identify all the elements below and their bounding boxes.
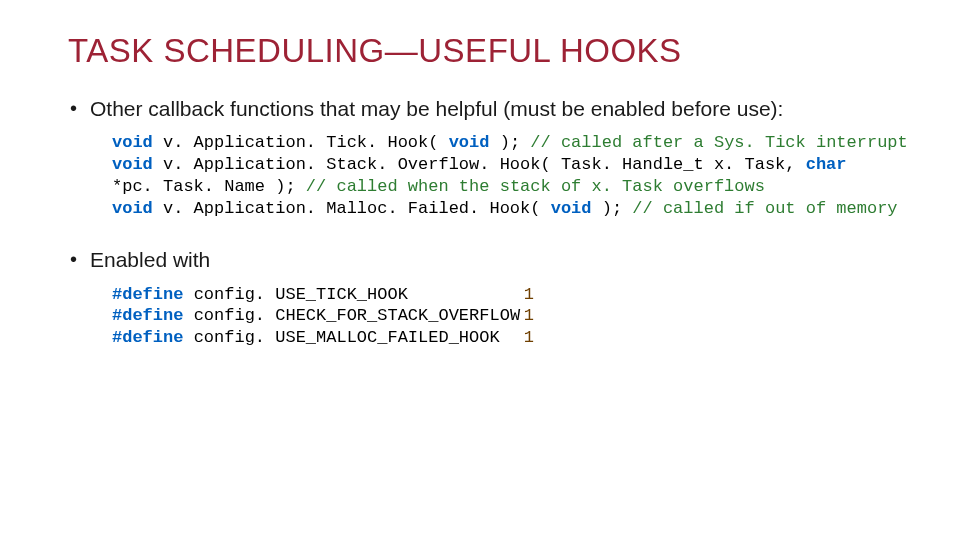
code-text [183, 285, 193, 304]
slide-container: TASK SCHEDULING—USEFUL HOOKS Other callb… [0, 0, 960, 401]
code-text: config. USE_MALLOC_FAILED_HOOK [194, 327, 524, 349]
keyword: #define [112, 328, 183, 347]
code-text: v. Application. Malloc. Failed. Hook( [153, 199, 551, 218]
code-text [183, 328, 193, 347]
code-block-defines: #define config. USE_TICK_HOOK1#define co… [112, 284, 912, 349]
bullet-item: Other callback functions that may be hel… [68, 96, 912, 122]
code-line: *pc. Task. Name ); // called when the st… [112, 176, 912, 198]
numeric-literal: 1 [524, 328, 534, 347]
keyword: #define [112, 306, 183, 325]
bullet-list: Other callback functions that may be hel… [68, 96, 912, 122]
code-text: ); [592, 199, 633, 218]
code-line: #define config. USE_TICK_HOOK1 [112, 284, 912, 306]
numeric-literal: 1 [524, 285, 534, 304]
bullet-item: Enabled with [68, 247, 912, 273]
keyword: void [112, 133, 153, 152]
keyword: char [806, 155, 847, 174]
keyword: void [551, 199, 592, 218]
slide-title: TASK SCHEDULING—USEFUL HOOKS [68, 32, 912, 70]
comment: // called when the stack of x. Task over… [306, 177, 765, 196]
code-text: v. Application. Tick. Hook( [153, 133, 449, 152]
keyword: #define [112, 285, 183, 304]
keyword: void [112, 199, 153, 218]
code-block-hooks: void v. Application. Tick. Hook( void );… [112, 132, 912, 219]
keyword: void [112, 155, 153, 174]
code-line: void v. Application. Malloc. Failed. Hoo… [112, 198, 912, 220]
code-text: config. CHECK_FOR_STACK_OVERFLOW [194, 305, 524, 327]
comment: // called if out of memory [632, 199, 897, 218]
keyword: void [449, 133, 490, 152]
code-line: void v. Application. Tick. Hook( void );… [112, 132, 912, 154]
code-text [183, 306, 193, 325]
code-text: ); [489, 133, 530, 152]
code-text: *pc. Task. Name ); [112, 177, 306, 196]
comment: // called after a Sys. Tick interrupt [530, 133, 907, 152]
code-text: v. Application. Stack. Overflow. Hook( T… [153, 155, 806, 174]
code-line: #define config. CHECK_FOR_STACK_OVERFLOW… [112, 305, 912, 327]
code-line: void v. Application. Stack. Overflow. Ho… [112, 154, 912, 176]
code-text: config. USE_TICK_HOOK [194, 284, 524, 306]
code-line: #define config. USE_MALLOC_FAILED_HOOK1 [112, 327, 912, 349]
bullet-list: Enabled with [68, 247, 912, 273]
numeric-literal: 1 [524, 306, 534, 325]
